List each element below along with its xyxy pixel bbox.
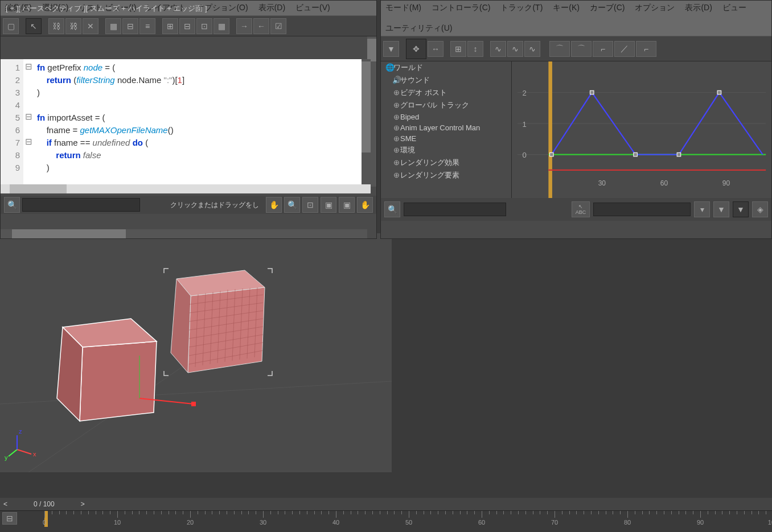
tree-world[interactable]: 🌐ワールド <box>381 61 511 74</box>
arrow-icon[interactable]: → <box>236 18 252 34</box>
playhead[interactable] <box>548 61 552 198</box>
perspective-viewport[interactable]: [ + ][ パースペクティブ ][ スムーズ + ハイライト + エッジ面 ] <box>0 233 392 472</box>
tree-rendereffects[interactable]: ⊕レンダリング効果 <box>381 156 511 169</box>
link-icon[interactable]: ⛓ <box>48 18 64 34</box>
code-text[interactable]: fn getPrefix node = ( return (filterStri… <box>34 59 184 184</box>
curve-menubar: モード(M) コントローラ(C) トラック(T) キー(K) カーブ(C) オプ… <box>381 1 771 36</box>
schematic-hscroll[interactable] <box>1 229 367 238</box>
tree-biped[interactable]: ⊕Biped <box>381 112 511 122</box>
tree-sme[interactable]: ⊕SME <box>381 133 511 144</box>
curve-type2-icon[interactable]: ⌒ <box>571 41 592 57</box>
region-icon[interactable]: ⊡ <box>302 197 318 213</box>
menu-curve[interactable]: カーブ(C) <box>590 3 625 13</box>
move-icon[interactable]: ✥ <box>406 39 426 59</box>
zoom-icon[interactable]: 🔍 <box>4 197 20 213</box>
curve-type4-icon[interactable]: ／ <box>614 41 635 57</box>
viewport-label[interactable]: [ + ][ パースペクティブ ][ スムーズ + ハイライト + エッジ面 ] <box>6 3 207 14</box>
grid-icon[interactable]: ▦ <box>213 18 229 34</box>
fit2-icon[interactable]: ▣ <box>339 197 355 213</box>
tree-globaltrack[interactable]: ⊕グローバル トラック <box>381 99 511 112</box>
unlink-icon[interactable]: ⛓̸ <box>65 18 81 34</box>
frame-indicator: 0 / 100 <box>11 500 77 508</box>
snap-icon[interactable]: ⊞ <box>450 41 466 57</box>
filter2-icon[interactable]: ▼ <box>713 201 729 217</box>
schematic-toolbar: ▢ ↖ ⛓ ⛓̸ ✕ ▦ ⊟ ≡ ⊞ ⊟ ⊡ ▦ → ← ☑ <box>1 16 376 36</box>
tick-70 <box>555 511 555 518</box>
svg-marker-17 <box>171 279 191 373</box>
code-vscroll[interactable] <box>362 59 371 184</box>
tree-animlayer[interactable]: ⊕Anim Layer Control Man <box>381 122 511 133</box>
scale-h-icon[interactable]: ↔ <box>428 41 444 57</box>
pan-icon[interactable]: ✋ <box>357 197 373 213</box>
menu-view[interactable]: ビュー(V) <box>295 3 330 13</box>
dropdown-icon[interactable]: ▾ <box>694 201 710 217</box>
timeline-next[interactable]: > <box>77 500 88 508</box>
rect-icon[interactable]: ▢ <box>3 18 19 34</box>
tick-label-60: 60 <box>478 519 485 526</box>
tangent1-icon[interactable]: ∿ <box>490 41 506 57</box>
axis-tripod: x y z <box>5 428 36 461</box>
tree-renderelements[interactable]: ⊕レンダリング要素 <box>381 169 511 182</box>
zoom2-icon[interactable]: 🔍 <box>284 197 300 213</box>
back-icon[interactable]: ← <box>253 18 269 34</box>
tree-videopost[interactable]: ⊕ビデオ ポスト <box>381 86 511 99</box>
abc-cursor-icon[interactable]: ↖ABC <box>572 201 590 217</box>
track-tree[interactable]: 🌐ワールド 🔊サウンド ⊕ビデオ ポスト ⊕グローバル トラック ⊕Biped … <box>381 61 512 198</box>
check-icon[interactable]: ☑ <box>270 18 286 34</box>
tick-label-20: 20 <box>187 519 194 526</box>
value-input[interactable] <box>593 203 691 216</box>
timeline-ruler[interactable]: ⊟ 0102030405060708090100 <box>0 510 772 527</box>
align-icon[interactable]: ≡ <box>139 18 155 34</box>
filter-icon[interactable]: ▼ <box>383 41 399 57</box>
menu-view2[interactable]: ビュー <box>722 3 746 13</box>
code-editor[interactable]: 123 456 789 ⊟ ⊟ ⊟ fn getPrefix node = ( … <box>1 59 371 184</box>
curve-type1-icon[interactable]: ⌒ <box>549 41 570 57</box>
menu-options2[interactable]: オプション <box>635 3 675 13</box>
svg-line-38 <box>17 449 31 454</box>
tangent3-icon[interactable]: ∿ <box>524 41 540 57</box>
tick-30 <box>263 511 264 518</box>
xtick-30: 30 <box>598 179 606 187</box>
layout-icon[interactable]: ▦ <box>105 18 121 34</box>
ytick-1: 1 <box>523 120 527 129</box>
curve-graph[interactable]: 2 1 0 30 60 90 <box>512 61 771 198</box>
timeline-prev[interactable]: < <box>0 500 11 508</box>
curve-type5-icon[interactable]: ⌐ <box>636 41 656 57</box>
globe-icon: 🌐 <box>385 63 393 72</box>
diamond-icon[interactable]: ◈ <box>752 201 768 217</box>
menu-display[interactable]: 表示(D) <box>258 3 285 13</box>
track-name-input[interactable] <box>404 203 506 216</box>
tangent2-icon[interactable]: ∿ <box>507 41 523 57</box>
delete-icon[interactable]: ✕ <box>83 18 98 34</box>
curve-statusbar: 🔍 ↖ABC ▾ ▼ ▼ ◈ <box>381 198 771 221</box>
menu-utility[interactable]: ユーティリティ(U) <box>385 23 452 34</box>
svg-rect-9 <box>717 90 721 94</box>
menu-track[interactable]: トラック(T) <box>500 3 543 13</box>
expand-icon[interactable]: ⊞ <box>162 18 178 34</box>
svg-text:x: x <box>33 451 36 457</box>
filter3-icon[interactable]: ▼ <box>733 201 749 217</box>
menu-mode[interactable]: モード(M) <box>385 3 421 13</box>
cursor-icon[interactable]: ↖ <box>26 18 42 34</box>
collapse-icon[interactable]: ⊟ <box>179 18 195 34</box>
tick-90 <box>700 511 701 518</box>
cube-model002[interactable] <box>57 319 157 421</box>
tree-icon[interactable]: ⊡ <box>196 18 212 34</box>
menu-controller[interactable]: コントローラ(C) <box>432 3 490 13</box>
tree-environment[interactable]: ⊕環境 <box>381 144 511 156</box>
curve-type3-icon[interactable]: ⌐ <box>593 41 613 57</box>
hand-icon[interactable]: ✋ <box>266 197 282 213</box>
cube-model001[interactable] <box>164 269 272 376</box>
scale-v-icon[interactable]: ↕ <box>467 41 483 57</box>
tick-20 <box>190 511 191 518</box>
code-hscroll[interactable] <box>1 184 371 193</box>
hierarchy-icon[interactable]: ⊟ <box>122 18 138 34</box>
tree-sound[interactable]: 🔊サウンド <box>381 74 511 86</box>
menu-display2[interactable]: 表示(D) <box>685 3 712 13</box>
svg-rect-37 <box>191 402 196 406</box>
fit-icon[interactable]: ▣ <box>321 197 336 213</box>
zoom3-icon[interactable]: 🔍 <box>384 201 400 217</box>
tick-80 <box>627 511 628 518</box>
timeline-config-icon[interactable]: ⊟ <box>2 512 17 525</box>
menu-key[interactable]: キー(K) <box>553 3 580 13</box>
